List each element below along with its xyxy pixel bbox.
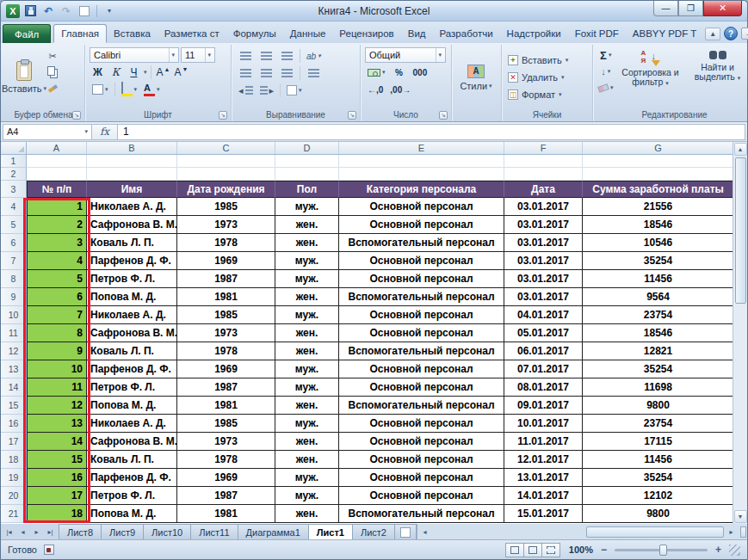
cell[interactable]: Основной персонал bbox=[339, 487, 504, 505]
row-header[interactable]: 20 bbox=[1, 487, 27, 505]
cell[interactable]: 1 bbox=[27, 198, 87, 216]
cell[interactable]: 23754 bbox=[583, 306, 733, 324]
cell[interactable]: Вспомогательный персонал bbox=[339, 234, 504, 252]
insert-cells-button[interactable]: +Вставить▾ bbox=[504, 52, 590, 69]
cell[interactable]: Парфенов Д. Ф. bbox=[87, 469, 177, 487]
formula-input[interactable]: 1 bbox=[118, 124, 745, 140]
align-right-button[interactable] bbox=[277, 65, 296, 81]
cell[interactable]: Основной персонал bbox=[339, 415, 504, 433]
cell[interactable]: 1978 bbox=[177, 451, 275, 469]
cell[interactable]: 9800 bbox=[583, 505, 733, 523]
row-header[interactable]: 10 bbox=[1, 306, 27, 324]
help-icon[interactable]: ? bbox=[724, 27, 738, 40]
cell[interactable]: 1985 bbox=[177, 306, 275, 324]
row-header[interactable]: 7 bbox=[1, 252, 27, 270]
accounting-format-button[interactable]: ▾ bbox=[365, 65, 388, 80]
cell[interactable]: 4 bbox=[27, 252, 87, 270]
cell[interactable]: 05.01.2017 bbox=[504, 324, 583, 342]
decrease-indent-button[interactable]: ◂ bbox=[236, 83, 256, 98]
table-header-cell[interactable]: Имя bbox=[87, 181, 177, 198]
cell[interactable]: Попова М. Д. bbox=[87, 397, 177, 415]
cell[interactable]: 3 bbox=[27, 234, 87, 252]
cell[interactable]: 21556 bbox=[583, 198, 733, 216]
fill-color-button[interactable]: ▾ bbox=[119, 82, 140, 97]
cell[interactable]: 11456 bbox=[583, 270, 733, 288]
cell[interactable]: жен. bbox=[275, 397, 339, 415]
percent-button[interactable]: % bbox=[390, 65, 409, 80]
cell[interactable]: 1981 bbox=[177, 288, 275, 306]
empty-cell[interactable] bbox=[27, 168, 87, 181]
column-header[interactable]: C bbox=[177, 142, 275, 154]
cell[interactable]: 03.01.2017 bbox=[504, 288, 583, 306]
cell[interactable]: 35254 bbox=[583, 252, 733, 270]
underline-button[interactable]: Ч bbox=[126, 65, 142, 80]
cell[interactable]: 18546 bbox=[583, 324, 733, 342]
cell[interactable]: 17115 bbox=[583, 433, 733, 451]
cell[interactable]: Петров Ф. Л. bbox=[87, 487, 177, 505]
cell[interactable]: Попова М. Д. bbox=[87, 505, 177, 523]
cell[interactable]: 03.01.2017 bbox=[504, 234, 583, 252]
column-header[interactable]: E bbox=[339, 142, 504, 154]
cut-button[interactable]: ✂ bbox=[43, 48, 62, 64]
cell[interactable]: 1987 bbox=[177, 487, 275, 505]
row-header[interactable]: 16 bbox=[1, 415, 27, 433]
minimize-button[interactable]: — bbox=[653, 1, 678, 16]
horizontal-scroll-thumb[interactable] bbox=[586, 526, 724, 538]
empty-cell[interactable] bbox=[583, 155, 733, 168]
cell[interactable]: 1973 bbox=[177, 216, 275, 234]
cell[interactable]: 03.01.2017 bbox=[504, 198, 583, 216]
cell[interactable]: 04.01.2017 bbox=[504, 306, 583, 324]
empty-cell[interactable] bbox=[177, 155, 275, 168]
cell[interactable]: 07.01.2017 bbox=[504, 360, 583, 378]
cell[interactable]: 08.01.2017 bbox=[504, 378, 583, 397]
align-top-button[interactable] bbox=[236, 48, 255, 64]
italic-button[interactable]: К bbox=[108, 65, 124, 80]
cell[interactable]: 8 bbox=[27, 324, 87, 342]
empty-cell[interactable] bbox=[504, 168, 583, 181]
sheet-tab[interactable]: Лист9 bbox=[101, 524, 144, 539]
row-header[interactable]: 19 bbox=[1, 469, 27, 487]
number-format-select[interactable]: Общий▾ bbox=[365, 47, 446, 63]
cell[interactable]: 10 bbox=[27, 360, 87, 378]
empty-cell[interactable] bbox=[177, 168, 275, 181]
table-header-cell[interactable]: Дата рождения bbox=[177, 181, 275, 198]
autosum-button[interactable]: Σ▾ bbox=[596, 47, 616, 63]
increase-decimal-button[interactable]: ←,0 bbox=[365, 82, 386, 97]
empty-cell[interactable] bbox=[339, 155, 504, 168]
cell[interactable]: Попова М. Д. bbox=[87, 288, 177, 306]
delete-cells-button[interactable]: ✕Удалить▾ bbox=[504, 70, 590, 86]
clear-button[interactable]: ▾ bbox=[596, 80, 616, 95]
redo-button[interactable]: ↷ bbox=[59, 3, 74, 19]
cell[interactable]: Коваль Л. П. bbox=[87, 234, 177, 252]
maximize-button[interactable]: ❐ bbox=[678, 1, 703, 16]
cell[interactable]: 12.01.2017 bbox=[504, 451, 583, 469]
cell[interactable]: Сафронова В. М. bbox=[87, 433, 177, 451]
cell[interactable]: 1981 bbox=[177, 505, 275, 523]
align-bottom-button[interactable] bbox=[277, 48, 296, 64]
alignment-dialog-launcher[interactable]: ↘ bbox=[348, 111, 356, 120]
cell[interactable]: 15 bbox=[27, 451, 87, 469]
cell[interactable]: 13.01.2017 bbox=[504, 469, 583, 487]
font-dialog-launcher[interactable]: ↘ bbox=[219, 111, 227, 120]
cell[interactable]: 1973 bbox=[177, 433, 275, 451]
save-button[interactable] bbox=[22, 3, 38, 19]
row-header[interactable]: 14 bbox=[1, 378, 27, 397]
sheet-tab[interactable]: Лист2 bbox=[352, 524, 395, 539]
table-header-cell[interactable]: Сумма заработной платы bbox=[583, 181, 733, 198]
cell[interactable]: 14.01.2017 bbox=[504, 487, 583, 505]
cell[interactable]: 15.01.2017 bbox=[504, 505, 583, 523]
ribbon-tab[interactable]: Надстройки bbox=[500, 24, 568, 43]
empty-cell[interactable] bbox=[275, 155, 339, 168]
collapse-ribbon-icon[interactable]: ▲ bbox=[705, 28, 720, 40]
cell[interactable]: Николаев А. Д. bbox=[87, 306, 177, 324]
grow-font-button[interactable]: А▲ bbox=[155, 65, 171, 80]
page-layout-view-button[interactable] bbox=[523, 543, 542, 557]
zoom-slider-thumb[interactable] bbox=[659, 545, 667, 556]
cell[interactable]: 1969 bbox=[177, 360, 275, 378]
sort-filter-button[interactable]: АЯ↓ Сортировка и фильтр ▾ bbox=[618, 47, 683, 108]
cell[interactable]: 35254 bbox=[583, 469, 733, 487]
clipboard-dialog-launcher[interactable]: ↘ bbox=[72, 111, 81, 120]
zoom-level[interactable]: 100% bbox=[564, 545, 593, 555]
ribbon-tab[interactable]: Вид bbox=[401, 24, 433, 43]
format-painter-button[interactable] bbox=[43, 81, 62, 96]
